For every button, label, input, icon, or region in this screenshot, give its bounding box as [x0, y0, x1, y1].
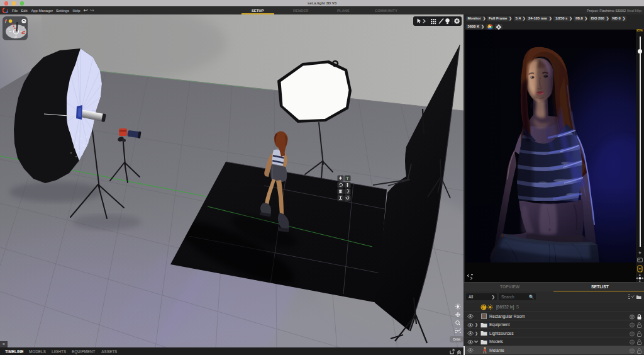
svg-text:270: 270 [7, 28, 10, 31]
svg-text:90: 90 [23, 26, 25, 28]
svg-text:180: 180 [14, 37, 17, 39]
